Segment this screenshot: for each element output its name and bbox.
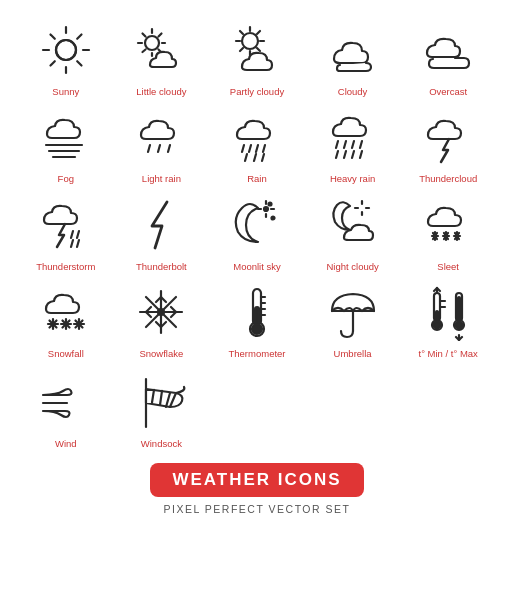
- sleet-label: Sleet: [437, 261, 459, 272]
- sunny-icon: [34, 18, 98, 82]
- icon-cell-thunderbolt: Thunderbolt: [116, 193, 208, 272]
- cloudy-label: Cloudy: [338, 86, 368, 97]
- partly-cloudy-icon: [225, 18, 289, 82]
- svg-line-43: [352, 141, 354, 148]
- umbrella-label: Umbrella: [334, 348, 372, 359]
- svg-line-6: [77, 61, 81, 65]
- snowflake-icon: [129, 280, 193, 344]
- icon-cell-windsock: Windsock: [116, 370, 208, 449]
- icon-cell-rain: Rain: [211, 105, 303, 184]
- svg-point-10: [145, 36, 159, 50]
- empty-cell-1: [211, 370, 303, 449]
- windsock-icon: [129, 370, 193, 434]
- svg-line-41: [336, 141, 338, 148]
- svg-line-48: [360, 151, 362, 158]
- svg-point-113: [434, 322, 441, 329]
- svg-point-55: [268, 202, 271, 205]
- svg-line-5: [50, 35, 54, 39]
- icon-cell-fog: Fog: [20, 105, 112, 184]
- little-cloudy-label: Little cloudy: [136, 86, 186, 97]
- svg-line-32: [158, 145, 160, 152]
- icon-cell-little-cloudy: Little cloudy: [116, 18, 208, 97]
- icon-cell-umbrella: Umbrella: [307, 280, 399, 359]
- heavy-rain-icon: [321, 105, 385, 169]
- light-rain-icon: [129, 105, 193, 169]
- svg-line-17: [159, 34, 162, 37]
- icon-cell-thermometer: Thermometer: [211, 280, 303, 359]
- bottom-row: Wind Windsock: [0, 370, 514, 457]
- moonlit-sky-icon: [225, 193, 289, 257]
- sleet-icon: [416, 193, 480, 257]
- svg-line-7: [77, 35, 81, 39]
- icon-cell-sunny: Sunny: [20, 18, 112, 97]
- svg-line-24: [240, 31, 243, 34]
- snowflake-label: Snowflake: [139, 348, 183, 359]
- svg-line-49: [71, 231, 73, 238]
- icon-cell-thundercloud: Thundercloud: [402, 105, 494, 184]
- svg-point-54: [271, 216, 274, 219]
- svg-line-36: [256, 145, 258, 152]
- fog-icon: [34, 105, 98, 169]
- windsock-label: Windsock: [141, 438, 182, 449]
- overcast-icon: [416, 18, 480, 82]
- svg-line-42: [344, 141, 346, 148]
- thundercloud-label: Thundercloud: [419, 173, 477, 184]
- rain-label: Rain: [247, 173, 267, 184]
- svg-line-8: [50, 61, 54, 65]
- svg-line-26: [257, 31, 260, 34]
- moonlit-sky-label: Moonlit sky: [233, 261, 281, 272]
- icon-cell-light-rain: Light rain: [116, 105, 208, 184]
- cloudy-icon: [321, 18, 385, 82]
- rain-icon: [225, 105, 289, 169]
- svg-line-46: [344, 151, 346, 158]
- snowfall-icon: [34, 280, 98, 344]
- thermometer-icon: [225, 280, 289, 344]
- subtitle: PIXEL PERFECT VECTOR SET: [164, 503, 351, 515]
- little-cloudy-icon: [129, 18, 193, 82]
- svg-point-19: [242, 33, 258, 49]
- umbrella-icon: [321, 280, 385, 344]
- thunderbolt-icon: [129, 193, 193, 257]
- overcast-label: Overcast: [429, 86, 467, 97]
- svg-line-52: [77, 240, 79, 247]
- icon-cell-cloudy: Cloudy: [307, 18, 399, 97]
- icon-cell-sleet: Sleet: [402, 193, 494, 272]
- svg-line-27: [240, 48, 243, 51]
- icon-cell-temp-minmax: t° Min / t° Max: [402, 280, 494, 359]
- svg-line-50: [77, 231, 79, 238]
- svg-point-119: [456, 322, 463, 329]
- icon-cell-snowflake: Snowflake: [116, 280, 208, 359]
- icon-cell-partly-cloudy: Partly cloudy: [211, 18, 303, 97]
- light-rain-label: Light rain: [142, 173, 181, 184]
- thundercloud-icon: [416, 105, 480, 169]
- snowfall-label: Snowfall: [48, 348, 84, 359]
- title-block: WEATHER ICONS PIXEL PERFECT VECTOR SET: [150, 463, 363, 515]
- svg-line-39: [254, 154, 256, 161]
- icon-cell-wind: Wind: [20, 370, 112, 449]
- svg-point-100: [158, 309, 164, 315]
- icons-grid: Sunny Little cloudy: [0, 0, 514, 370]
- temp-minmax-label: t° Min / t° Max: [419, 348, 478, 359]
- title-badge: WEATHER ICONS: [150, 463, 363, 497]
- icon-cell-thunderstorm: Thunderstorm: [20, 193, 112, 272]
- svg-line-37: [263, 145, 265, 152]
- svg-line-25: [257, 48, 260, 51]
- wind-label: Wind: [55, 438, 77, 449]
- sunny-label: Sunny: [52, 86, 79, 97]
- thunderbolt-label: Thunderbolt: [136, 261, 187, 272]
- icon-cell-night-cloudy: Night cloudy: [307, 193, 399, 272]
- svg-line-45: [336, 151, 338, 158]
- svg-line-15: [143, 34, 146, 37]
- svg-line-18: [143, 50, 146, 53]
- thermometer-label: Thermometer: [228, 348, 285, 359]
- partly-cloudy-label: Partly cloudy: [230, 86, 284, 97]
- svg-point-104: [252, 324, 262, 334]
- empty-cell-3: [402, 370, 494, 449]
- night-cloudy-icon: [321, 193, 385, 257]
- fog-label: Fog: [58, 173, 74, 184]
- svg-line-34: [242, 145, 244, 152]
- svg-line-35: [249, 145, 251, 152]
- thunderstorm-label: Thunderstorm: [36, 261, 95, 272]
- icon-cell-overcast: Overcast: [402, 18, 494, 97]
- svg-point-53: [264, 207, 268, 211]
